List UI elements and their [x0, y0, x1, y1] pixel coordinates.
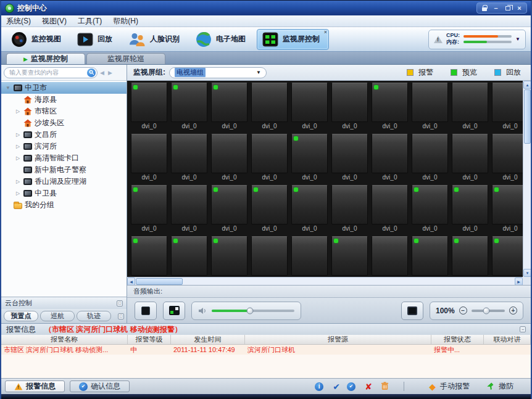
alarm-table-row[interactable]: 市辖区 滨河所门口球机 移动侦测...中2011-11-11 10:47:49滨…: [1, 345, 531, 355]
monitor-tile[interactable]: [412, 236, 448, 276]
alarm-column-header[interactable]: 报警状态: [431, 335, 484, 344]
monitor-tile[interactable]: [372, 185, 408, 224]
monitor-tile[interactable]: [331, 134, 368, 173]
scroll-right-icon[interactable]: ▶: [515, 278, 523, 285]
tree-expand-icon[interactable]: ▷: [15, 179, 21, 184]
menu-item[interactable]: 帮助(H): [113, 16, 138, 27]
monitor-tile[interactable]: [171, 134, 207, 173]
trash-icon[interactable]: [379, 381, 390, 392]
menu-item[interactable]: 工具(T): [78, 16, 102, 27]
alarm-column-header[interactable]: 发生时间: [171, 335, 245, 344]
tree-item[interactable]: ▷文昌所: [1, 129, 127, 141]
monitor-tile[interactable]: [211, 236, 247, 276]
monitor-tile[interactable]: [211, 134, 247, 173]
monitor-tile[interactable]: [251, 83, 288, 122]
monitor-tile[interactable]: [131, 83, 167, 122]
menu-item[interactable]: 系统(S): [6, 16, 31, 27]
collapse-panel-icon[interactable]: □: [117, 300, 123, 306]
tree-expand-icon[interactable]: ▷: [15, 155, 21, 161]
tree-item[interactable]: ▷高清智能卡口: [1, 152, 127, 164]
monitor-tile[interactable]: [372, 134, 408, 173]
alarm-column-header[interactable]: 报警名称: [1, 335, 128, 344]
monitor-tile[interactable]: [331, 236, 368, 276]
monitor-tile[interactable]: [492, 185, 523, 224]
footer-tab-确认信息[interactable]: ✔确认信息: [70, 380, 130, 392]
tab-监视屏控制[interactable]: ▶监视屏控制: [6, 53, 85, 64]
ptz-tab-轨迹[interactable]: 轨迹: [77, 311, 111, 321]
manual-alarm-button[interactable]: ◆ 手动报警: [429, 381, 470, 392]
monitor-tile[interactable]: [171, 236, 207, 276]
toolbar-button-face-recognition[interactable]: 人脸识别: [123, 29, 188, 50]
toolbar-button-playback[interactable]: 回放: [72, 29, 121, 50]
monitor-tile[interactable]: [492, 83, 523, 122]
close-icon[interactable]: ×: [514, 4, 525, 12]
search-icon[interactable]: [87, 68, 96, 77]
volume-slider-thumb[interactable]: [246, 307, 253, 314]
confirm-check-icon[interactable]: ✔: [331, 382, 342, 391]
tree-expand-icon[interactable]: ▷: [15, 191, 21, 196]
layout-split-button[interactable]: [163, 302, 185, 320]
system-status-panel[interactable]: CPU: 内存: ▼: [428, 30, 526, 49]
monitor-group-select[interactable]: 电视墙组 ▼: [169, 67, 267, 78]
monitor-tile[interactable]: [251, 236, 288, 276]
monitor-tile[interactable]: [171, 83, 207, 122]
tree-item[interactable]: ▷滨河所: [1, 141, 127, 152]
monitor-tile[interactable]: [452, 83, 488, 122]
monitor-tile[interactable]: [372, 83, 408, 122]
tree-expand-icon[interactable]: ▷: [15, 132, 21, 138]
ptz-tab-巡航[interactable]: 巡航: [40, 311, 75, 321]
tree-item[interactable]: ▷香山湖及应理湖: [1, 176, 127, 187]
monitor-tile[interactable]: [412, 185, 448, 224]
monitor-tile[interactable]: [211, 83, 247, 122]
next-page-icon[interactable]: ▶: [108, 70, 112, 76]
tree-item[interactable]: ▷中卫县: [1, 187, 127, 199]
ptz-panel-header[interactable]: 云台控制 □: [1, 297, 127, 309]
monitor-tile[interactable]: [412, 134, 448, 173]
monitor-tile[interactable]: [131, 236, 167, 276]
horizontal-scrollbar[interactable]: ◀ ▶: [127, 277, 523, 285]
monitor-tile[interactable]: [291, 236, 328, 276]
monitor-tile[interactable]: [492, 134, 523, 173]
tree-item[interactable]: ▼中卫市: [1, 82, 127, 94]
zoom-out-icon[interactable]: −: [459, 306, 467, 315]
monitor-tile[interactable]: [251, 185, 288, 224]
tree-item[interactable]: 海原县: [1, 94, 127, 105]
ptz-tab-预置点[interactable]: 预置点: [4, 311, 38, 321]
tree-collapse-icon[interactable]: ▼: [5, 85, 11, 91]
footer-tab-报警信息[interactable]: 报警信息: [5, 380, 65, 392]
tree-expand-icon[interactable]: ▷: [15, 109, 21, 114]
chevron-down-icon[interactable]: ▼: [515, 36, 520, 42]
tree-item[interactable]: 新中新电子警察: [1, 164, 127, 176]
prev-page-icon[interactable]: ◀: [100, 70, 104, 76]
vscroll-thumb[interactable]: [524, 89, 531, 144]
monitor-tile[interactable]: [452, 134, 488, 173]
tree-item[interactable]: 沙坡头区: [1, 117, 127, 129]
unlock-icon[interactable]: [479, 4, 489, 12]
zoom-in-icon[interactable]: +: [509, 306, 517, 315]
info-icon[interactable]: i: [315, 382, 326, 391]
disarm-button[interactable]: 撤防: [486, 381, 513, 392]
scroll-left-icon[interactable]: ◀: [127, 278, 135, 285]
minimize-icon[interactable]: –: [491, 4, 501, 12]
monitor-tile[interactable]: [211, 185, 247, 224]
monitor-tile[interactable]: [452, 185, 488, 224]
alarm-column-header[interactable]: 报警等级: [128, 335, 171, 344]
tree-item[interactable]: 我的分组: [1, 199, 127, 211]
monitor-tile[interactable]: [291, 83, 328, 122]
toolbar-button-monitor-view[interactable]: 监控视图: [6, 29, 70, 50]
monitor-tile[interactable]: [372, 236, 408, 276]
tab-监视屏轮巡[interactable]: 监视屏轮巡: [86, 53, 165, 64]
monitor-tile[interactable]: [131, 185, 167, 224]
alarm-column-header[interactable]: 报警源: [245, 335, 431, 344]
tree-item[interactable]: ▷市辖区: [1, 105, 127, 117]
monitor-tile[interactable]: [251, 134, 288, 173]
search-input[interactable]: [9, 69, 87, 76]
monitor-tile[interactable]: [331, 185, 368, 224]
monitor-tile[interactable]: [412, 83, 448, 122]
alarm-column-header[interactable]: 联动对讲: [484, 335, 531, 344]
scroll-down-icon[interactable]: ▼: [523, 269, 531, 277]
monitor-tile[interactable]: [452, 236, 488, 276]
monitor-tile[interactable]: [171, 185, 207, 224]
toolbar-button-screen-control[interactable]: 监视屏控制: [257, 29, 329, 50]
tree-expand-icon[interactable]: ▷: [15, 144, 21, 149]
